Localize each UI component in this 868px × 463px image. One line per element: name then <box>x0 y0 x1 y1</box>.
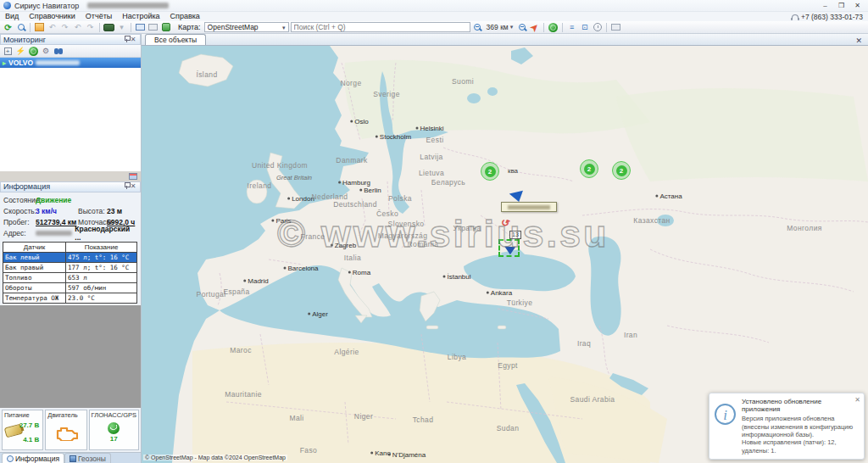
settings-button[interactable]: ⚙ <box>41 46 51 56</box>
menu-nastroyka[interactable]: Настройка <box>122 12 159 21</box>
left-panel: Мониторинг ✕ + ⚡ ⚙ ▸ VOLVO Информация ✕ <box>0 34 142 463</box>
cluster-marker[interactable]: 2 <box>580 159 598 178</box>
screens-alt-button[interactable] <box>147 22 159 33</box>
history-button[interactable] <box>592 22 603 33</box>
state-value: Движение <box>36 196 71 204</box>
maximize-button[interactable]: ❒ <box>834 1 849 11</box>
table-row[interactable]: Бак левый 475 л; t°: 16 °C <box>3 252 137 262</box>
globe-button[interactable] <box>548 22 559 33</box>
archive-button[interactable] <box>160 22 171 33</box>
info-fields: Состояние: Движение Скорость: 3 км/ч Выс… <box>0 192 141 241</box>
table-row[interactable]: Обороты 597 об/мин <box>3 282 137 293</box>
mileage-label: Пробег: <box>3 218 36 226</box>
cluster-count: 2 <box>584 164 595 175</box>
map-tab-close-icon[interactable]: ✕ <box>853 36 865 45</box>
filter-table-icon[interactable] <box>129 173 137 180</box>
power-box: Питание 27.7 В 4.1 В <box>2 410 43 450</box>
find-object-button[interactable] <box>53 46 64 56</box>
menu-bar: Вид Справочники Отчёты Настройка Справка… <box>0 12 868 21</box>
cluster-count: 2 <box>485 166 496 177</box>
redacted-tooltip-text <box>508 205 550 209</box>
info-header: Информация ✕ <box>0 181 141 192</box>
status-row: Питание 27.7 В 4.1 В Двигатель ГЛОНАСС/G… <box>0 408 141 452</box>
value-col-header: Показание <box>66 242 137 252</box>
track-forward-button[interactable]: ↷ <box>85 22 96 33</box>
map-provider-select[interactable]: OpenStreetMap ▾ <box>204 22 289 32</box>
notification-close-icon[interactable]: ✕ <box>854 396 860 404</box>
geozone-icon <box>70 455 76 462</box>
tab-geozones[interactable]: Геозоны <box>64 453 111 463</box>
fit-view-button[interactable]: ⊡ <box>579 22 590 33</box>
search-icon-button[interactable] <box>15 22 26 33</box>
menu-spravochniki[interactable]: Справочники <box>29 12 75 21</box>
info-icon: i <box>715 404 736 425</box>
bottom-tabs: Информация Геозоны <box>0 452 141 463</box>
table-row[interactable]: Бак правый 177 л; t°: 16 °C <box>3 262 137 272</box>
search-input[interactable] <box>291 22 470 32</box>
map-provider-value: OpenStreetMap <box>208 23 282 32</box>
vehicle-menu-dropdown[interactable]: ▾ <box>116 22 127 33</box>
selected-vehicle-marker[interactable] <box>498 239 520 257</box>
toolbar-separator <box>562 23 563 32</box>
mileage-value[interactable]: 512739,4 км <box>36 218 78 226</box>
vehicle-map-tooltip <box>501 202 557 212</box>
power-voltage-backup: 4.1 В <box>23 436 39 443</box>
undo-button[interactable]: ↶ <box>47 22 58 33</box>
tab-information[interactable]: Информация <box>2 453 64 463</box>
sensor-table: Датчик Показание Бак левый 475 л; t°: 16… <box>3 242 137 304</box>
map-scale-select[interactable]: 369 км ▾ <box>485 23 515 31</box>
tab-all-objects[interactable]: Все объекты <box>145 34 206 45</box>
screens-button[interactable] <box>135 22 146 33</box>
table-row[interactable]: Температура ОЖ 23.0 °C <box>3 293 137 303</box>
notification-title: Установлено обновление приложения <box>742 398 859 413</box>
panel-toggle-button[interactable] <box>610 22 621 33</box>
refresh-button[interactable]: ⟳ <box>3 22 14 33</box>
menu-spravka[interactable]: Справка <box>170 12 200 21</box>
altitude-label: Высота: <box>78 207 107 215</box>
app-icon <box>3 2 11 9</box>
redacted-plate <box>36 60 80 65</box>
redo-button[interactable]: ↷ <box>59 22 70 33</box>
menu-vid[interactable]: Вид <box>5 12 19 21</box>
events-button[interactable]: ⚡ <box>15 46 25 56</box>
redacted-client-name <box>87 3 169 8</box>
menu-otchety[interactable]: Отчёты <box>86 12 112 21</box>
toolbar-separator <box>99 23 100 32</box>
image-button[interactable] <box>34 22 45 33</box>
cluster-marker[interactable]: 2 <box>612 161 631 180</box>
map-tab-bar: Все объекты ✕ <box>142 34 868 46</box>
zoom-in-button[interactable] <box>472 22 483 33</box>
cluster-count: 2 <box>616 165 627 176</box>
vehicle-menu-button[interactable] <box>103 22 114 33</box>
monitoring-list-body[interactable] <box>0 68 141 171</box>
monitoring-header: Мониторинг ✕ <box>0 34 141 45</box>
map-canvas[interactable]: ÍslandNorgeSverigeSuomiOsloStockholmHels… <box>142 46 868 463</box>
map-attribution: © OpenStreetMap - Map data ©2024 OpenStr… <box>143 455 287 460</box>
close-button[interactable]: ✕ <box>850 1 865 11</box>
sensor-col-header: Датчик <box>3 242 66 252</box>
engine-icon <box>47 426 84 441</box>
track-back-button[interactable]: ↶ <box>72 22 83 33</box>
speed-value: 3 км/ч <box>36 207 78 215</box>
show-on-map-button[interactable] <box>28 46 38 56</box>
minimize-button[interactable]: – <box>818 1 832 11</box>
expand-tree-button[interactable]: + <box>3 46 13 56</box>
panel-gap <box>0 171 141 181</box>
cluster-marker[interactable]: 2 <box>481 162 499 181</box>
pin-icon[interactable] <box>120 35 129 45</box>
speed-label: Скорость: <box>3 207 36 215</box>
navigate-home-button[interactable]: ➤ <box>529 22 540 33</box>
clock-icon <box>7 455 14 462</box>
power-voltage-main: 27.7 В <box>19 421 40 429</box>
table-row[interactable]: Топливо 653 л <box>3 272 137 282</box>
list-view-button[interactable]: ≡ <box>566 22 577 33</box>
power-label: Питание <box>4 411 30 419</box>
engine-label: Двигатель <box>47 411 77 419</box>
engine-box: Двигатель <box>45 410 86 450</box>
vehicle-row-volvo[interactable]: ▸ VOLVO <box>0 58 141 68</box>
zoom-out-button[interactable] <box>516 22 527 33</box>
map-select-label: Карта: <box>178 23 201 31</box>
gps-label: ГЛОНАСС/GPS <box>92 411 136 419</box>
pin-icon[interactable] <box>120 181 129 192</box>
info-empty-area <box>0 305 141 409</box>
